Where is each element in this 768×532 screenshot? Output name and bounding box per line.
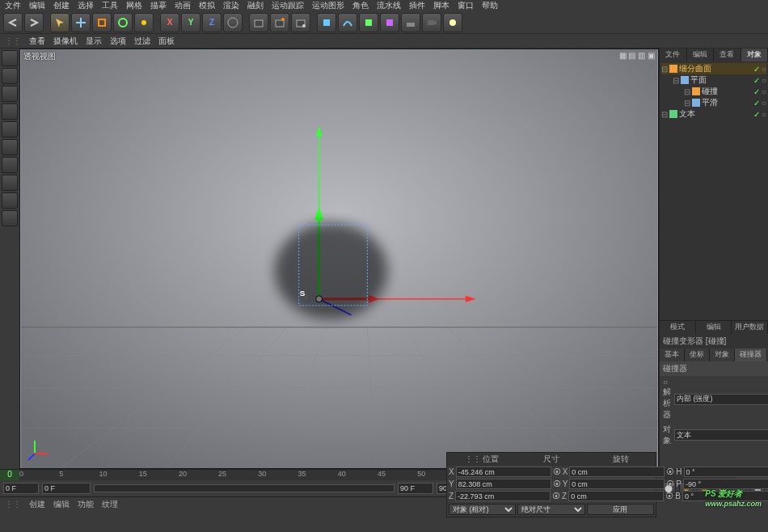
size-Y-input[interactable] (569, 479, 665, 489)
object-link-input[interactable] (674, 429, 768, 441)
tab-basic[interactable]: 基本 (660, 348, 685, 361)
workplane-button[interactable] (2, 175, 18, 191)
filter-menu[interactable]: 过滤 (134, 36, 150, 47)
tab-coord[interactable]: 坐标 (685, 348, 710, 361)
panel-menu[interactable]: 面板 (158, 36, 175, 47)
axis-x-button[interactable]: X (160, 13, 179, 32)
menu-item[interactable]: 插件 (409, 0, 425, 11)
tree-item[interactable]: ⊟细分曲面✓○ (661, 63, 766, 74)
menu-item[interactable]: 网格 (126, 0, 142, 11)
move-tool-button[interactable] (71, 13, 91, 32)
tree-item[interactable]: ⊟平面✓○ (661, 74, 766, 86)
view-menu[interactable]: 查看 (29, 36, 45, 47)
scale-tool-button[interactable] (92, 13, 112, 32)
menu-item[interactable]: 运动跟踪 (272, 0, 304, 11)
rot-H-input[interactable] (684, 467, 768, 477)
select-tool-button[interactable] (50, 13, 70, 32)
attr-userdata-tab[interactable]: 用户数据 (732, 321, 768, 334)
menu-item[interactable]: 编辑 (29, 0, 45, 11)
menu-item[interactable]: 角色 (352, 0, 369, 11)
environment-button[interactable] (401, 13, 420, 32)
snap-button[interactable] (2, 192, 18, 209)
size-Z-input[interactable] (568, 491, 664, 501)
pos-Y-input[interactable] (456, 479, 551, 489)
options-menu[interactable]: 选项 (110, 36, 126, 47)
generator-button[interactable] (359, 13, 378, 32)
object-mode-button[interactable] (2, 68, 18, 84)
render-settings-button[interactable] (291, 13, 310, 32)
coord-mode-select[interactable]: 对象 (相对) (449, 504, 516, 515)
object-tree[interactable]: ⊟细分曲面✓○⊟平面✓○⊟碰撞✓○⊟平滑✓○⊟文本✓○ (660, 61, 768, 320)
model-mode-button[interactable] (2, 50, 18, 66)
svg-point-6 (281, 18, 285, 21)
size-X-input[interactable] (569, 467, 665, 477)
attr-edit-tab[interactable]: 编辑 (696, 321, 732, 334)
undo-button[interactable] (3, 13, 23, 32)
attr-mode-tab[interactable]: 模式 (660, 321, 696, 334)
resolver-input[interactable] (674, 394, 768, 405)
tab-object[interactable]: 对象 (710, 348, 735, 361)
redo-button[interactable] (24, 13, 44, 32)
texture-mode-button[interactable] (2, 157, 18, 173)
last-tool-button[interactable] (134, 13, 154, 32)
tab-collider[interactable]: 碰撞器 (735, 348, 767, 361)
menu-item[interactable]: 运动图形 (312, 0, 344, 11)
frame-start-input[interactable] (3, 483, 39, 494)
menu-item[interactable]: 选择 (78, 0, 94, 11)
obj-tab-view[interactable]: 查看 (714, 49, 741, 61)
axis-mode-button[interactable] (2, 86, 18, 102)
point-mode-button[interactable] (2, 103, 18, 120)
obj-tab-file[interactable]: 文件 (660, 49, 687, 61)
menu-item[interactable]: 融刻 (247, 0, 264, 11)
perspective-viewport[interactable]: 透视视图 ▦ ▤ ▥ ▣ (19, 49, 659, 469)
timeline-start-marker[interactable]: 0 (0, 470, 19, 480)
menu-item[interactable]: 窗口 (458, 0, 474, 11)
deformer-button[interactable] (380, 13, 399, 32)
display-menu[interactable]: 显示 (86, 36, 102, 47)
edge-mode-button[interactable] (2, 121, 18, 137)
menu-item[interactable]: 流水线 (377, 0, 401, 11)
menu-item[interactable]: 渲染 (223, 0, 239, 11)
axis-y-button[interactable]: Y (181, 13, 200, 32)
menu-item[interactable]: 模拟 (199, 0, 215, 11)
tree-item[interactable]: ⊟平滑✓○ (661, 97, 766, 108)
menu-item[interactable]: 创建 (53, 0, 70, 11)
render-view-button[interactable] (249, 13, 268, 32)
pos-Z-input[interactable] (455, 491, 551, 501)
tree-item[interactable]: ⊟碰撞✓○ (661, 86, 766, 97)
viewport-layout-icons[interactable]: ▦ ▤ ▥ ▣ (619, 51, 655, 60)
polygon-mode-button[interactable] (2, 139, 18, 155)
camera-menu[interactable]: 摄像机 (53, 36, 78, 47)
light-button[interactable] (443, 13, 462, 32)
apply-button[interactable]: 应用 (587, 504, 654, 515)
svg-point-14 (449, 19, 456, 26)
menu-item[interactable]: 帮助 (482, 0, 498, 11)
svg-line-43 (28, 454, 35, 460)
bottom-tab[interactable]: 编辑 (53, 499, 70, 510)
menu-item[interactable]: 文件 (5, 0, 21, 11)
bottom-tab[interactable]: 纹理 (102, 499, 118, 510)
frame-current-input[interactable] (42, 483, 91, 494)
bottom-tab[interactable]: 创建 (29, 499, 45, 510)
menu-item[interactable]: 描摹 (150, 0, 167, 11)
obj-tab-edit[interactable]: 编辑 (687, 49, 715, 61)
size-mode-select[interactable]: 绝对尺寸 (517, 504, 584, 515)
snap-settings-button[interactable] (2, 210, 18, 226)
pos-X-input[interactable] (456, 467, 551, 477)
spline-button[interactable] (338, 13, 357, 32)
menu-item[interactable]: 工具 (102, 0, 118, 11)
cube-primitive-button[interactable] (317, 13, 336, 32)
coord-system-button[interactable] (223, 13, 243, 32)
tree-item[interactable]: ⊟文本✓○ (661, 108, 766, 120)
frame-end-input[interactable] (398, 483, 433, 494)
spline-icon (341, 16, 354, 29)
obj-tab-object[interactable]: 对象 (741, 49, 769, 61)
rotate-tool-button[interactable] (113, 13, 133, 32)
render-region-button[interactable] (270, 13, 289, 32)
menu-item[interactable]: 动画 (175, 0, 191, 11)
timeline-scrollbar[interactable] (94, 484, 395, 492)
menu-item[interactable]: 脚本 (433, 0, 449, 11)
axis-z-button[interactable]: Z (202, 13, 222, 32)
bottom-tab[interactable]: 功能 (78, 499, 94, 510)
camera-button[interactable] (422, 13, 441, 32)
